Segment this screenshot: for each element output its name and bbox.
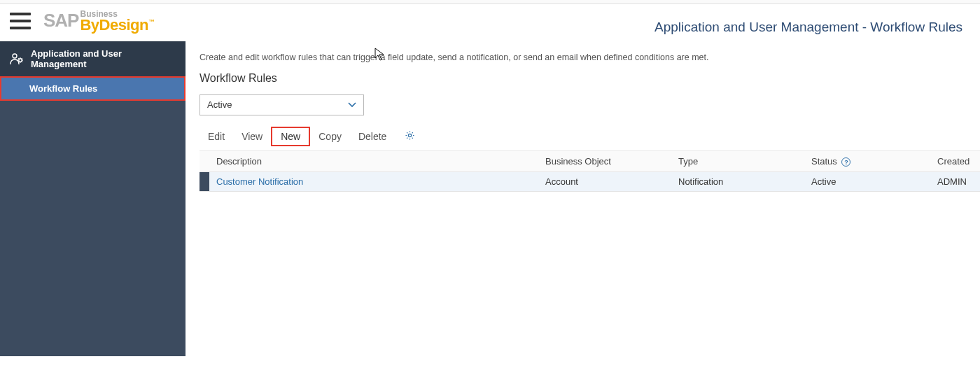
col-type[interactable]: Type [671,151,804,172]
section-heading: Workflow Rules [200,72,980,85]
logo-trademark: ™ [148,18,155,25]
cell-created-by: ADMIN [930,172,980,192]
sidebar-item-workflow-rules[interactable]: Workflow Rules [0,76,186,101]
col-description[interactable]: Description [209,151,538,172]
main-layout: Application and User Management Workflow… [0,41,980,356]
svg-point-2 [409,134,412,136]
app-header: SAP Business ByDesign™ Application and U… [0,4,980,41]
delete-button[interactable]: Delete [350,128,395,145]
row-selection-marker[interactable] [200,172,209,192]
svg-point-0 [13,54,17,58]
settings-button[interactable] [405,130,415,143]
chevron-down-icon [348,100,356,110]
edit-button[interactable]: Edit [200,128,233,145]
sidebar: Application and User Management Workflow… [0,41,186,356]
rule-description-link[interactable]: Customer Notification [216,176,303,187]
status-filter-select[interactable]: Active [200,94,364,115]
sidebar-child-label: Workflow Rules [29,83,97,94]
table-row[interactable]: Customer Notification Account Notificati… [200,172,980,192]
help-icon[interactable]: ? [841,157,850,167]
col-marker [200,151,209,172]
gear-icon [405,130,415,141]
action-toolbar: Edit View New Copy Delete [200,122,980,150]
logo-line2: ByDesign [80,16,148,34]
content-area: Create and edit workflow rules that can … [186,41,980,356]
col-status-label: Status [811,156,837,167]
col-status[interactable]: Status ? [804,151,930,172]
page-title: Application and User Management - Workfl… [654,20,962,35]
rules-table: Description Business Object Type Status … [200,150,980,192]
logo-brand: SAP [43,10,78,31]
cell-status: Active [804,172,930,192]
menu-toggle-button[interactable] [10,13,31,29]
cell-type: Notification [671,172,804,192]
user-settings-icon [10,52,24,65]
copy-button[interactable]: Copy [310,128,350,145]
intro-text: Create and edit workflow rules that can … [200,52,980,62]
new-button[interactable]: New [271,127,310,146]
sap-bydesign-logo: SAP Business ByDesign™ [43,10,155,33]
col-created-by[interactable]: Created [930,151,980,172]
filter-value: Active [207,99,232,110]
view-button[interactable]: View [233,128,271,145]
svg-point-1 [19,59,22,62]
cell-business-object: Account [538,172,671,192]
sidebar-item-app-user-mgmt[interactable]: Application and User Management [0,41,186,76]
col-business-object[interactable]: Business Object [538,151,671,172]
table-header-row: Description Business Object Type Status … [200,151,980,172]
sidebar-parent-label: Application and User Management [31,48,176,69]
